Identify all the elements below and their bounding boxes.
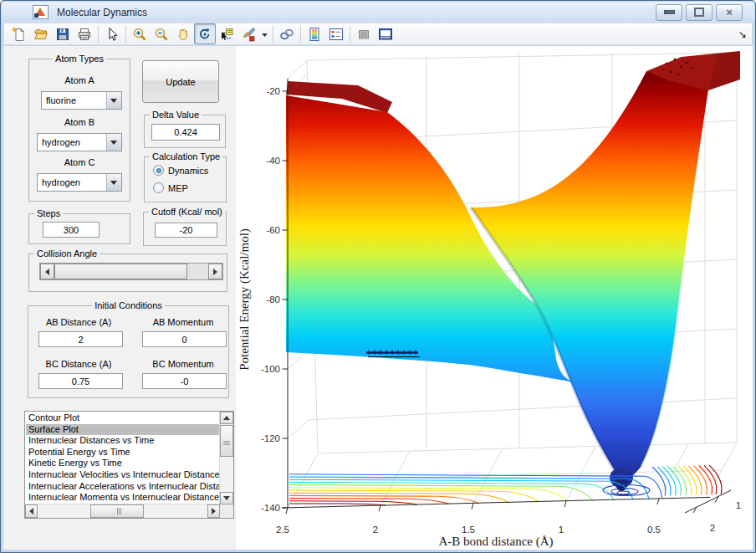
ab-momentum-label: AB Momentum xyxy=(153,317,214,327)
steps-title: Steps xyxy=(34,207,63,219)
initial-conditions-panel: Initial Conditions AB Distance (A) AB Mo… xyxy=(28,305,229,398)
save-button[interactable] xyxy=(52,23,74,44)
atom-a-dropdown[interactable]: fluorine xyxy=(41,91,122,110)
ab-momentum-field[interactable] xyxy=(142,331,227,347)
insert-colorbar-button[interactable] xyxy=(304,23,325,44)
dropdown-caret-icon xyxy=(261,27,268,42)
ab-distance-label: AB Distance (A) xyxy=(46,317,111,327)
close-icon: × xyxy=(726,8,733,17)
atom-c-label: Atom C xyxy=(64,157,95,167)
toolbar-separator xyxy=(125,26,126,43)
delta-value-field[interactable] xyxy=(151,124,220,141)
update-button[interactable]: Update xyxy=(142,60,219,103)
zoom-in-button[interactable] xyxy=(129,23,151,44)
cutoff-title: Cutoff (Kcal/ mol) xyxy=(149,206,225,218)
vertical-scroll-thumb[interactable] xyxy=(220,425,233,457)
slider-right-arrow[interactable] xyxy=(208,264,222,279)
atom-b-dropdown-button[interactable] xyxy=(106,134,121,151)
bc-distance-field[interactable] xyxy=(38,373,123,389)
scroll-up-button[interactable] xyxy=(220,412,233,424)
colorbar-icon xyxy=(307,27,322,42)
mep-radio-label: MEP xyxy=(168,183,188,193)
slider-left-arrow[interactable] xyxy=(40,264,54,279)
brush-button[interactable] xyxy=(238,23,259,44)
dynamics-radio[interactable] xyxy=(153,165,164,176)
vertical-scrollbar[interactable] xyxy=(219,412,233,504)
zoom-out-button[interactable] xyxy=(151,23,172,44)
atom-b-dropdown[interactable]: hydrogen xyxy=(37,133,122,151)
print-button[interactable] xyxy=(74,23,95,44)
list-item[interactable]: Internuclear Distances vs Time xyxy=(26,435,219,447)
cutoff-field[interactable] xyxy=(155,223,217,238)
open-file-button[interactable] xyxy=(30,23,52,44)
horizontal-scroll-thumb[interactable] xyxy=(90,504,144,518)
slider-thumb[interactable] xyxy=(54,264,187,279)
bc-distance-label: BC Distance (A) xyxy=(46,359,112,369)
restore-button[interactable] xyxy=(686,4,713,21)
atom-c-dropdown-button[interactable] xyxy=(106,174,121,191)
horizontal-scrollbar[interactable] xyxy=(25,504,220,518)
list-item[interactable]: Internuclear Accelerations vs Internucle… xyxy=(26,481,219,493)
atom-a-dropdown-button[interactable] xyxy=(106,92,121,109)
steps-panel: Steps xyxy=(28,213,130,244)
close-button[interactable]: × xyxy=(716,4,743,21)
dynamics-radio-label: Dynamics xyxy=(168,166,208,176)
dynamics-radio-row[interactable]: Dynamics xyxy=(153,165,208,176)
collision-angle-title: Collision Angle xyxy=(34,248,100,259)
list-item-selected[interactable]: Surface Plot xyxy=(26,424,219,436)
edit-plot-button[interactable] xyxy=(101,23,123,44)
brush-dropdown-button[interactable] xyxy=(259,23,270,44)
hide-plot-tools-icon xyxy=(356,27,371,42)
x-tick: 1.5 xyxy=(462,525,475,535)
show-plot-tools-icon xyxy=(378,27,393,42)
atom-a-label: Atom A xyxy=(64,75,94,85)
scroll-left-button[interactable] xyxy=(25,504,38,518)
scroll-down-button[interactable] xyxy=(220,492,233,504)
list-item[interactable]: Internuclear Velocities vs Internuclear … xyxy=(26,469,219,481)
link-plot-button[interactable] xyxy=(276,23,298,44)
z-tick: -120 xyxy=(261,433,280,443)
atom-types-title: Atom Types xyxy=(53,53,106,64)
minimize-button[interactable] xyxy=(656,4,682,21)
delta-value-title: Delta Value xyxy=(150,109,202,120)
rotate-3d-button[interactable] xyxy=(194,23,216,44)
window-title: Molecular Dynamics xyxy=(57,7,147,18)
z-tick: -60 xyxy=(266,225,280,235)
dock-figure-arrow-icon[interactable]: ↘ xyxy=(738,28,747,40)
show-plot-tools-button[interactable] xyxy=(375,23,396,44)
restore-icon xyxy=(694,8,704,17)
bc-momentum-field[interactable] xyxy=(142,373,227,389)
scroll-right-button[interactable] xyxy=(207,504,220,518)
toolbar-separator xyxy=(273,26,273,43)
mep-radio[interactable] xyxy=(153,182,164,193)
rotate-3d-icon xyxy=(197,27,212,42)
list-item[interactable]: Potential Energy vs Time xyxy=(26,447,219,458)
collision-angle-panel: Collision Angle xyxy=(28,253,227,292)
figure-canvas: Atom Types Atom A fluorine Atom B hydrog… xyxy=(3,46,753,550)
atom-b-label: Atom B xyxy=(64,117,94,127)
title-bar[interactable]: Molecular Dynamics × xyxy=(2,2,754,23)
collision-angle-slider[interactable] xyxy=(39,263,223,280)
insert-legend-button[interactable] xyxy=(325,23,347,44)
list-item[interactable]: Kinetic Energy vs Time xyxy=(26,458,219,469)
atom-c-dropdown[interactable]: hydrogen xyxy=(37,173,122,192)
save-icon xyxy=(55,27,70,42)
hide-plot-tools-button[interactable] xyxy=(353,23,375,44)
new-file-button[interactable] xyxy=(8,23,30,44)
matlab-app-icon xyxy=(33,5,49,19)
list-item[interactable]: Contour Plot xyxy=(26,412,219,424)
delta-value-panel: Delta Value xyxy=(144,115,226,148)
bc-momentum-label: BC Momentum xyxy=(152,359,213,369)
list-item[interactable]: Internuclear Momenta vs Internuclear Dis… xyxy=(26,492,219,504)
data-cursor-button[interactable] xyxy=(216,23,238,44)
x-tick: 1 xyxy=(559,525,564,535)
plot-type-listbox[interactable]: Contour Plot Surface Plot Internuclear D… xyxy=(24,411,234,519)
ab-distance-field[interactable] xyxy=(38,331,123,347)
toolbar-separator xyxy=(98,26,99,43)
mep-radio-row[interactable]: MEP xyxy=(153,182,188,193)
atom-a-value: fluorine xyxy=(46,95,76,105)
steps-field[interactable] xyxy=(43,222,100,238)
pan-button[interactable] xyxy=(172,23,194,44)
new-file-icon xyxy=(12,27,27,42)
surface-plot-canvas[interactable]: -20 -40 -60 -80 -100 -120 -140 2.5 2 1.5… xyxy=(236,48,753,550)
